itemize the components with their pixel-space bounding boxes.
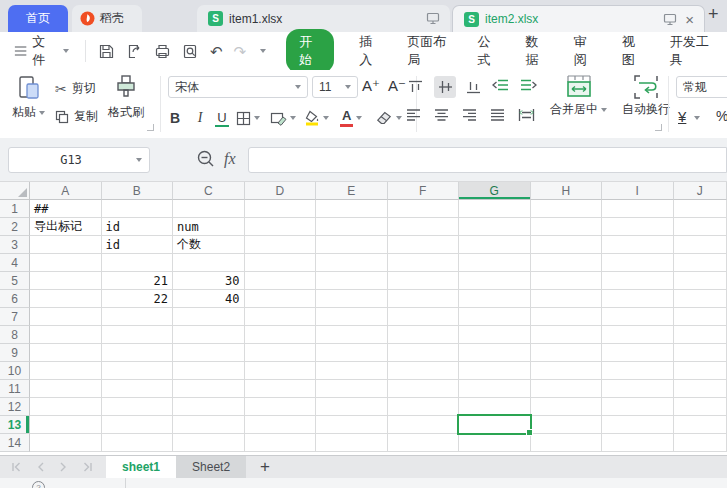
cell-J12[interactable] <box>674 398 727 416</box>
column-header-E[interactable]: E <box>316 182 388 200</box>
cell-I5[interactable] <box>602 272 674 290</box>
cell-F2[interactable] <box>388 218 460 236</box>
row-header-7[interactable]: 7 <box>0 308 30 326</box>
first-sheet-icon[interactable] <box>10 461 22 473</box>
cell-B10[interactable] <box>102 362 174 380</box>
cell-D11[interactable] <box>245 380 317 398</box>
increase-indent-button[interactable] <box>520 78 537 95</box>
cell-G3[interactable] <box>459 236 531 254</box>
column-header-I[interactable]: I <box>602 182 674 200</box>
file-menu[interactable]: 文件 <box>0 33 79 69</box>
select-all-corner[interactable] <box>0 182 30 200</box>
cell-F8[interactable] <box>388 326 460 344</box>
redo-icon[interactable]: ↷ <box>234 44 247 59</box>
cell-B3[interactable]: id <box>102 236 174 254</box>
cell-A12[interactable] <box>30 398 102 416</box>
print-icon[interactable] <box>154 43 171 60</box>
cell-E5[interactable] <box>316 272 388 290</box>
active-cell-outline[interactable] <box>457 414 532 435</box>
cell-J10[interactable] <box>674 362 727 380</box>
tab-docer[interactable]: 稻壳 <box>72 5 142 32</box>
cell-B5[interactable]: 21 <box>102 272 174 290</box>
sheet-tab-sheet1[interactable]: sheet1 <box>106 456 176 478</box>
row-header-9[interactable]: 9 <box>0 344 30 362</box>
decrease-font-button[interactable]: A⁻ <box>388 77 406 95</box>
cell-J6[interactable] <box>674 290 727 308</box>
cell-E11[interactable] <box>316 380 388 398</box>
cell-A2[interactable]: 导出标记 <box>30 218 102 236</box>
next-sheet-icon[interactable] <box>59 461 68 473</box>
cell-A1[interactable]: ## <box>30 200 102 218</box>
cell-I14[interactable] <box>602 434 674 452</box>
qat-dropdown-icon[interactable] <box>260 49 266 53</box>
align-left-button[interactable] <box>406 108 421 125</box>
cell-G11[interactable] <box>459 380 531 398</box>
cell-E2[interactable] <box>316 218 388 236</box>
cell-H6[interactable] <box>531 290 603 308</box>
ribbon-tab-data[interactable]: 数据 <box>513 29 561 73</box>
column-header-H[interactable]: H <box>531 182 603 200</box>
export-icon[interactable] <box>126 43 143 60</box>
ribbon-tab-view[interactable]: 视图 <box>609 29 657 73</box>
formula-input[interactable] <box>248 147 727 173</box>
cell-H8[interactable] <box>531 326 603 344</box>
cell-I7[interactable] <box>602 308 674 326</box>
cell-A3[interactable] <box>30 236 102 254</box>
cell-J11[interactable] <box>674 380 727 398</box>
cell-C6[interactable]: 40 <box>173 290 245 308</box>
tab-home[interactable]: 首页 <box>8 5 68 32</box>
cell-A5[interactable] <box>30 272 102 290</box>
cell-F4[interactable] <box>388 254 460 272</box>
underline-button[interactable]: U <box>212 106 232 130</box>
cell-F1[interactable] <box>388 200 460 218</box>
cell-C9[interactable] <box>173 344 245 362</box>
cell-G9[interactable] <box>459 344 531 362</box>
close-tab-icon[interactable]: × <box>685 11 694 28</box>
cell-B1[interactable] <box>102 200 174 218</box>
wrap-text-button[interactable]: 自动换行 <box>622 74 670 118</box>
cell-C12[interactable] <box>173 398 245 416</box>
cell-F6[interactable] <box>388 290 460 308</box>
distributed-align-button[interactable] <box>518 108 535 125</box>
cell-G1[interactable] <box>459 200 531 218</box>
column-header-D[interactable]: D <box>245 182 317 200</box>
decrease-indent-button[interactable] <box>492 78 509 95</box>
fx-icon[interactable]: fx <box>224 150 236 168</box>
cell-B12[interactable] <box>102 398 174 416</box>
cell-I6[interactable] <box>602 290 674 308</box>
monitor-icon[interactable] <box>663 13 677 26</box>
font-size-select[interactable]: 11 <box>312 76 358 98</box>
currency-button[interactable]: ¥ <box>678 108 700 125</box>
align-middle-button[interactable] <box>434 76 456 98</box>
cell-G2[interactable] <box>459 218 531 236</box>
cell-E13[interactable] <box>316 416 388 434</box>
cell-F5[interactable] <box>388 272 460 290</box>
align-center-button[interactable] <box>434 108 449 125</box>
row-header-12[interactable]: 12 <box>0 398 30 416</box>
cell-D6[interactable] <box>245 290 317 308</box>
cell-I12[interactable] <box>602 398 674 416</box>
cell-I4[interactable] <box>602 254 674 272</box>
cell-H1[interactable] <box>531 200 603 218</box>
cell-C4[interactable] <box>173 254 245 272</box>
cell-E6[interactable] <box>316 290 388 308</box>
cell-B4[interactable] <box>102 254 174 272</box>
cell-D3[interactable] <box>245 236 317 254</box>
cell-C1[interactable] <box>173 200 245 218</box>
align-top-button[interactable] <box>406 78 424 96</box>
ribbon-tab-insert[interactable]: 插入 <box>346 29 394 73</box>
cell-E9[interactable] <box>316 344 388 362</box>
cell-E8[interactable] <box>316 326 388 344</box>
name-box[interactable]: G13 <box>8 147 150 173</box>
cell-A10[interactable] <box>30 362 102 380</box>
row-header-3[interactable]: 3 <box>0 236 30 254</box>
print-preview-icon[interactable] <box>182 43 199 60</box>
cell-C5[interactable]: 30 <box>173 272 245 290</box>
cell-F9[interactable] <box>388 344 460 362</box>
ribbon-tab-page-layout[interactable]: 页面布局 <box>394 29 464 73</box>
column-header-A[interactable]: A <box>30 182 102 200</box>
ribbon-tab-review[interactable]: 审阅 <box>561 29 609 73</box>
cut-button[interactable]: ✂ 剪切 <box>55 80 96 97</box>
cell-C10[interactable] <box>173 362 245 380</box>
cell-G10[interactable] <box>459 362 531 380</box>
